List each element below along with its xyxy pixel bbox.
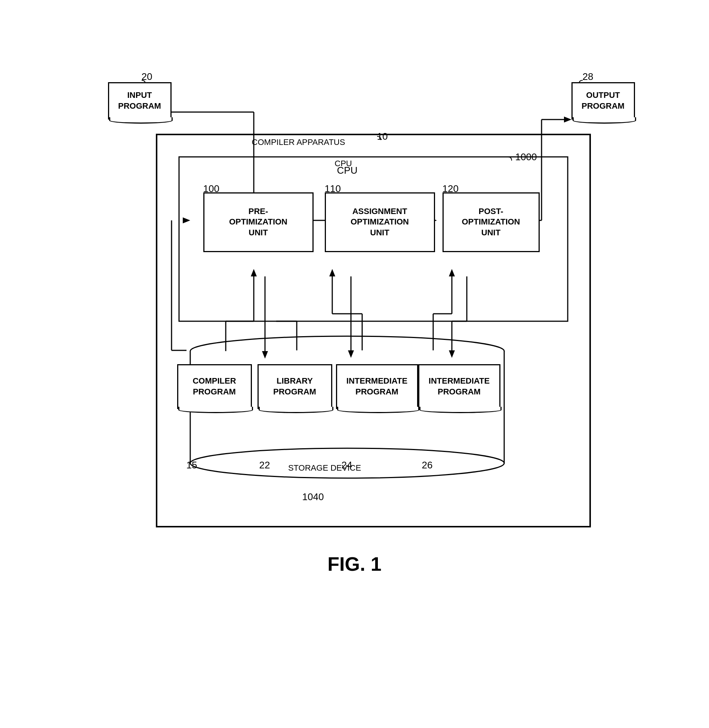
svg-marker-25 <box>262 351 268 359</box>
library-program-doc: LIBRARYPROGRAM <box>258 364 332 409</box>
ref-22: 22 <box>259 459 270 471</box>
svg-marker-41 <box>449 350 455 358</box>
ref-24: 24 <box>342 459 352 471</box>
ref-28: 28 <box>583 71 594 83</box>
svg-marker-37 <box>449 269 455 276</box>
svg-marker-31 <box>329 269 335 276</box>
compiler-program-doc: COMPILERPROGRAM <box>177 364 252 409</box>
ref-26: 26 <box>422 459 433 471</box>
assign-opt-box: ASSIGNMENTOPTIMIZATIONUNIT <box>325 192 435 252</box>
pre-opt-box: PRE-OPTIMIZATIONUNIT <box>203 192 314 252</box>
svg-marker-15 <box>564 117 571 123</box>
svg-marker-45 <box>183 217 190 223</box>
output-program-doc: OUTPUTPROGRAM <box>571 82 635 120</box>
compiler-apparatus-label: COMPILER APPARATUS <box>243 137 355 147</box>
intermediate-program-1-doc: INTERMEDIATEPROGRAM <box>336 364 418 409</box>
post-opt-box: POST-OPTIMIZATIONUNIT <box>443 192 540 252</box>
library-program-label: LIBRARYPROGRAM <box>273 376 316 397</box>
ref-10: 10 <box>377 131 388 142</box>
assign-opt-label: ASSIGNMENTOPTIMIZATIONUNIT <box>351 206 409 238</box>
ref-1000: 1000 <box>515 151 537 163</box>
input-program-label: INPUTPROGRAM <box>118 90 161 111</box>
figure-label: FIG. 1 <box>280 553 429 575</box>
post-opt-label: POST-OPTIMIZATIONUNIT <box>462 206 520 238</box>
svg-marker-33 <box>348 350 354 358</box>
intermediate-program-1-label: INTERMEDIATEPROGRAM <box>346 376 407 397</box>
intermediate-program-2-label: INTERMEDIATEPROGRAM <box>429 376 490 397</box>
svg-marker-44 <box>172 216 183 225</box>
intermediate-program-2-doc: INTERMEDIATEPROGRAM <box>418 364 500 409</box>
ref-20: 20 <box>142 71 152 83</box>
svg-point-3 <box>190 336 504 366</box>
pre-opt-label: PRE-OPTIMIZATIONUNIT <box>229 206 287 238</box>
svg-marker-23 <box>251 269 257 276</box>
ref-1040: 1040 <box>302 491 324 503</box>
output-program-label: OUTPUTPROGRAM <box>582 90 625 111</box>
input-program-doc: INPUTPROGRAM <box>108 82 172 120</box>
diagram-container: CPU <box>93 37 616 691</box>
ref-15: 15 <box>187 459 197 471</box>
compiler-program-label: COMPILERPROGRAM <box>192 376 236 397</box>
cpu-label: CPU <box>314 159 373 168</box>
storage-device-label: STORAGE DEVICE <box>276 463 373 473</box>
